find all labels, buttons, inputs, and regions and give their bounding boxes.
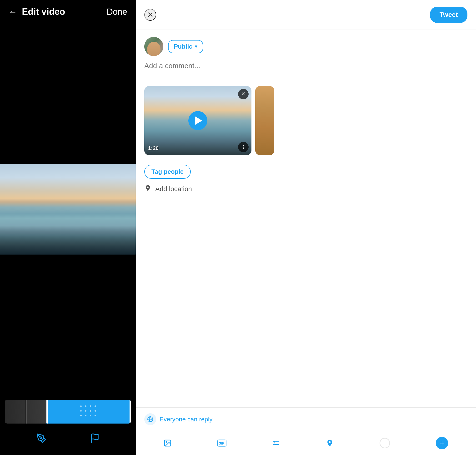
dot [90, 406, 91, 407]
dot [90, 410, 91, 412]
avatar [144, 37, 163, 56]
dot [95, 406, 96, 407]
timeline-active[interactable] [47, 400, 131, 423]
svg-point-7 [274, 441, 275, 442]
add-tweet-button[interactable]: + [436, 437, 448, 449]
timeline-strip[interactable] [5, 400, 131, 423]
audience-label: Public [174, 43, 192, 50]
timeline-dots [80, 406, 97, 418]
left-header: ← Edit video Done [0, 0, 136, 24]
svg-text:GIF: GIF [218, 441, 224, 445]
page-title: Edit video [22, 7, 65, 17]
tag-people-button[interactable]: Tag people [144, 165, 191, 179]
flag-icon[interactable] [90, 433, 100, 446]
comment-input[interactable] [144, 62, 468, 78]
plus-icon: + [440, 439, 444, 448]
audience-selector[interactable]: Public ▾ [168, 40, 203, 53]
reply-setting-label: Everyone can reply [159, 416, 213, 423]
back-button[interactable]: ← [8, 7, 17, 17]
second-video-card[interactable] [255, 86, 274, 155]
avatar-image [144, 37, 163, 56]
close-button[interactable]: ✕ [144, 9, 156, 21]
svg-point-0 [40, 437, 41, 439]
video-duration: 1:20 [148, 145, 159, 151]
add-location-row[interactable]: Add location [144, 185, 468, 193]
dot [243, 148, 244, 149]
second-card-thumbnail [255, 86, 274, 155]
dot [85, 410, 87, 412]
dot [243, 146, 244, 147]
left-header-left: ← Edit video [8, 7, 65, 17]
brush-icon[interactable] [36, 433, 46, 446]
location-pin-icon [144, 185, 151, 193]
dot [95, 410, 96, 412]
dot [85, 406, 87, 407]
edit-toolbar [0, 426, 136, 455]
timeline-right-handle[interactable] [129, 400, 131, 423]
done-button[interactable]: Done [107, 7, 127, 17]
video-area [0, 24, 136, 395]
user-row: Public ▾ [144, 37, 468, 56]
chevron-down-icon: ▾ [195, 43, 197, 49]
video-preview [0, 164, 136, 255]
tag-people-section: Tag people [144, 165, 468, 179]
compose-area: Public ▾ ✕ 1:20 [136, 30, 476, 407]
play-icon [195, 116, 202, 125]
close-icon: ✕ [241, 91, 246, 97]
timeline-left-handle[interactable] [47, 400, 48, 423]
left-panel: ← Edit video Done [0, 0, 136, 455]
more-options-button[interactable] [238, 142, 249, 152]
reply-settings-bar: Everyone can reply [136, 407, 476, 431]
right-panel: ✕ Tweet Public ▾ [136, 0, 476, 455]
dot [243, 145, 244, 146]
dot [80, 410, 82, 412]
dot [80, 415, 82, 416]
timeline-inactive[interactable] [5, 400, 47, 423]
svg-point-9 [274, 444, 275, 445]
location-action-icon[interactable] [326, 439, 334, 447]
list-icon[interactable] [272, 439, 280, 447]
globe-icon [144, 413, 156, 425]
character-count-circle [380, 438, 390, 448]
video-cards-row: ✕ 1:20 [144, 86, 468, 155]
timeline-cursor [26, 400, 26, 423]
add-location-label: Add location [155, 185, 192, 193]
reply-setting[interactable]: Everyone can reply [144, 413, 468, 425]
right-header: ✕ Tweet [136, 0, 476, 30]
timeline-section [0, 395, 136, 426]
dot [85, 415, 87, 416]
dot [80, 406, 82, 407]
dot [90, 415, 91, 416]
gif-icon[interactable]: GIF [217, 439, 226, 447]
video-card: ✕ 1:20 [144, 86, 252, 155]
image-icon[interactable] [164, 439, 172, 447]
dot [95, 415, 96, 416]
remove-video-button[interactable]: ✕ [238, 89, 249, 99]
play-button[interactable] [188, 111, 207, 130]
wave-overlay [0, 207, 136, 255]
svg-point-4 [166, 441, 167, 442]
tweet-button[interactable]: Tweet [430, 7, 468, 23]
bottom-actions-bar: GIF + [136, 431, 476, 455]
